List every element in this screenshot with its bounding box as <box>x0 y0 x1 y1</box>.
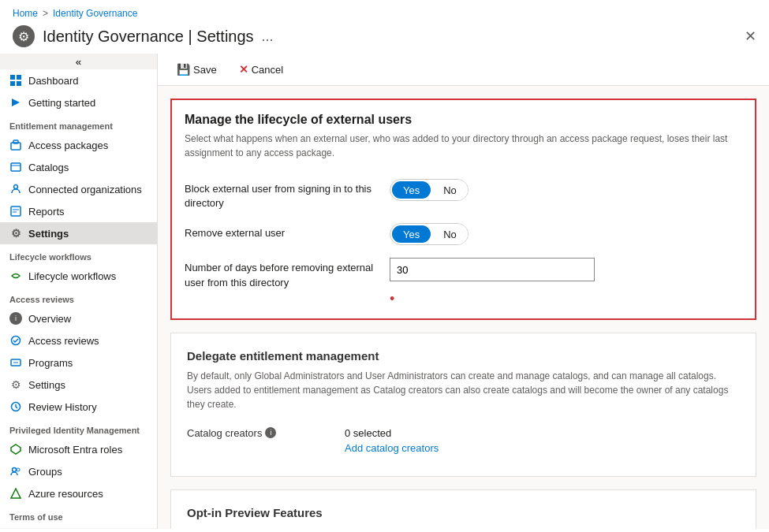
cancel-label: Cancel <box>252 64 283 76</box>
sidebar-label-access-packages: Access packages <box>28 140 108 151</box>
lifecycle-section-label: Lifecycle workflows <box>0 244 157 265</box>
sidebar-item-ar-settings[interactable]: ⚙ Settings <box>0 374 157 396</box>
svg-marker-20 <box>11 489 21 498</box>
close-button[interactable]: ✕ <box>745 28 756 45</box>
access-reviews-section-label: Access reviews <box>0 287 157 307</box>
catalog-creators-row: Catalog creators i 0 selected Add catalo… <box>187 421 740 460</box>
sidebar-label-review-history: Review History <box>28 401 97 413</box>
cancel-icon: ✕ <box>239 63 248 76</box>
preview-desc: The following features will soon be rele… <box>187 526 740 529</box>
sidebar-item-dashboard[interactable]: Dashboard <box>0 69 157 91</box>
sidebar-item-reports[interactable]: Reports <box>0 200 157 222</box>
svg-marker-17 <box>11 445 21 454</box>
preview-title: Opt-in Preview Features <box>187 506 740 519</box>
svg-point-9 <box>14 185 18 189</box>
days-label: Number of days before removing external … <box>185 258 390 289</box>
sidebar-collapse-button[interactable]: « <box>0 54 157 69</box>
ms-entra-icon <box>9 443 22 456</box>
block-toggle[interactable]: Yes No <box>390 179 468 201</box>
pim-section-label: Privileged Identity Management <box>0 418 157 438</box>
page-header: ⚙ Identity Governance | Settings ... ✕ <box>0 22 769 54</box>
more-options-button[interactable]: ... <box>262 28 274 45</box>
entitlement-section-label: Entitlement management <box>0 113 157 134</box>
sidebar-item-connected-organizations[interactable]: Connected organizations <box>0 178 157 200</box>
save-label: Save <box>193 64 217 76</box>
block-no-option[interactable]: No <box>432 180 468 200</box>
remove-toggle[interactable]: Yes No <box>390 223 468 245</box>
sidebar-item-lifecycle-workflows[interactable]: Lifecycle workflows <box>0 265 157 287</box>
remove-user-toggle: Yes No <box>390 223 468 245</box>
delegate-desc: By default, only Global Administrators a… <box>187 369 740 411</box>
sidebar-label-reports: Reports <box>28 206 65 218</box>
remove-yes-option[interactable]: Yes <box>392 225 431 243</box>
sidebar-label-azure-resources: Azure resources <box>28 488 103 500</box>
page-icon: ⚙ <box>13 25 35 47</box>
sidebar-item-settings[interactable]: ⚙ Settings <box>0 222 157 244</box>
sidebar-label-getting-started: Getting started <box>28 97 95 109</box>
sidebar-item-azure-resources[interactable]: Azure resources <box>0 482 157 504</box>
sidebar-label-programs: Programs <box>28 357 73 369</box>
days-row: Number of days before removing external … <box>185 251 742 296</box>
programs-icon <box>9 356 22 369</box>
add-catalog-creators-link[interactable]: Add catalog creators <box>345 442 439 454</box>
ar-settings-icon: ⚙ <box>9 378 22 391</box>
main-content: 💾 Save ✕ Cancel Manage the lifecycle of … <box>158 54 769 529</box>
sidebar: « Dashboard Getting started Entitlement … <box>0 54 158 529</box>
block-user-row: Block external user from signing in to t… <box>185 173 742 217</box>
sidebar-item-groups[interactable]: Groups <box>0 460 157 482</box>
catalog-info-icon[interactable]: i <box>265 427 276 438</box>
svg-rect-1 <box>17 75 21 80</box>
svg-rect-2 <box>10 81 15 86</box>
svg-point-19 <box>17 468 20 471</box>
sidebar-label-connected-organizations: Connected organizations <box>28 184 142 195</box>
catalog-creators-content: 0 selected Add catalog creators <box>345 427 439 454</box>
sidebar-item-getting-started[interactable]: Getting started <box>0 91 157 113</box>
azure-resources-icon <box>9 487 22 500</box>
sidebar-item-access-reviews[interactable]: Access reviews <box>0 329 157 352</box>
connected-organizations-icon <box>9 183 22 195</box>
terms-of-use-label: Terms of use <box>0 504 157 525</box>
sidebar-label-access-reviews: Access reviews <box>28 335 99 347</box>
sidebar-label-ms-entra-roles: Microsoft Entra roles <box>28 444 122 456</box>
svg-marker-4 <box>12 99 20 106</box>
breadcrumb-separator: > <box>43 8 48 19</box>
svg-rect-7 <box>11 163 21 171</box>
block-yes-option[interactable]: Yes <box>392 181 431 199</box>
sidebar-scroll-down[interactable]: ▼ <box>0 528 157 529</box>
lifecycle-card-title: Manage the lifecycle of external users <box>185 113 742 127</box>
content-area: Manage the lifecycle of external users S… <box>158 86 769 529</box>
save-button[interactable]: 💾 Save <box>170 60 223 79</box>
sidebar-label-groups: Groups <box>28 466 62 478</box>
remove-user-label: Remove external user <box>185 223 390 240</box>
catalogs-icon <box>9 161 22 173</box>
collapse-icon: « <box>76 56 81 68</box>
sidebar-label-settings: Settings <box>28 228 69 240</box>
block-user-toggle: Yes No <box>390 179 468 201</box>
days-input-container <box>390 258 595 281</box>
sidebar-label-lifecycle-workflows: Lifecycle workflows <box>28 270 116 282</box>
sidebar-item-ms-entra-roles[interactable]: Microsoft Entra roles <box>0 438 157 460</box>
remove-no-option[interactable]: No <box>432 224 468 244</box>
cancel-button[interactable]: ✕ Cancel <box>233 60 289 79</box>
sidebar-item-programs[interactable]: Programs <box>0 352 157 374</box>
svg-rect-3 <box>17 81 21 86</box>
preview-card: Opt-in Preview Features The following fe… <box>170 489 756 529</box>
review-history-icon <box>9 400 22 413</box>
access-packages-icon <box>9 139 22 151</box>
sidebar-item-overview[interactable]: i Overview <box>0 307 157 329</box>
breadcrumb-current[interactable]: Identity Governance <box>53 8 137 19</box>
sidebar-label-overview: Overview <box>28 313 71 325</box>
sidebar-item-catalogs[interactable]: Catalogs <box>0 156 157 178</box>
lifecycle-icon <box>9 270 22 282</box>
svg-rect-0 <box>10 75 15 80</box>
block-user-label: Block external user from signing in to t… <box>185 179 390 210</box>
sidebar-item-review-history[interactable]: Review History <box>0 396 157 418</box>
breadcrumb-home[interactable]: Home <box>13 8 38 19</box>
overview-icon: i <box>9 312 22 325</box>
sidebar-item-access-packages[interactable]: Access packages <box>0 134 157 156</box>
lifecycle-card: Manage the lifecycle of external users S… <box>170 99 756 320</box>
days-input[interactable] <box>390 258 595 281</box>
access-reviews-icon <box>9 334 22 347</box>
catalog-creators-value: 0 selected <box>345 427 439 439</box>
sidebar-label-catalogs: Catalogs <box>28 162 69 173</box>
